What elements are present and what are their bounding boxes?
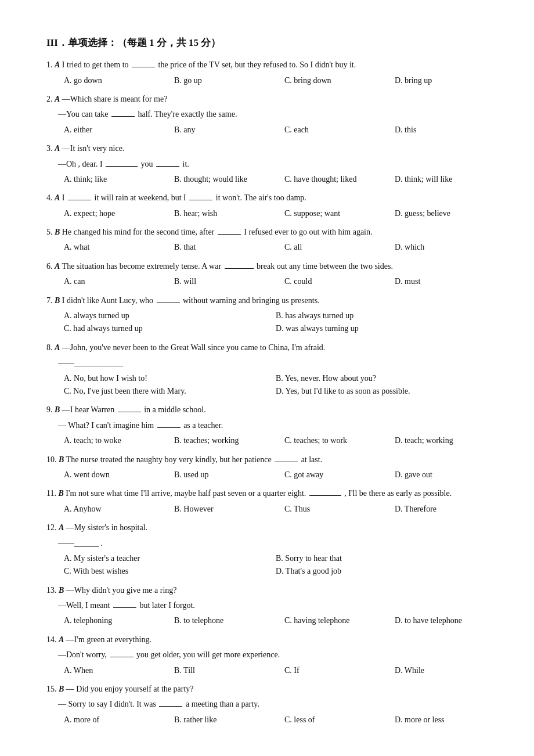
q5-opt-a: A. what [64,241,157,254]
question-15: 15. B — Did you enjoy yourself at the pa… [46,683,488,726]
q6-line: 6. A The situation has become extremely … [46,260,488,273]
q7-options: A. always turned up B. has always turned… [64,309,488,336]
q6-text: The situation has become extremely tense… [62,262,221,271]
question-13: 13. B —Why didn't you give me a ring? —W… [46,584,488,628]
q10-answer: B [59,455,64,464]
q2-dialog: —You can take half. They're exactly the … [58,108,488,121]
q6-opt-b: B. will [174,275,267,288]
q15-text: — Did you enjoy yourself at the party? [66,685,194,693]
q9-dialog1: — What? I can't imagine him [58,421,154,430]
question-8: 8. A —John, you've never been to the Gre… [46,341,488,398]
q7-opt-c: C. had always turned up [64,322,276,335]
q6-num: 6. [46,262,53,271]
q4-opt-b: B. hear; wish [174,207,267,220]
q14-answer: A [59,635,64,644]
q11-blank1 [309,495,341,496]
q6-opt-a: A. can [64,275,157,288]
q9-num: 9. [46,405,53,414]
q5-opt-c: C. all [284,241,377,254]
q6-opt-d: D. must [395,275,488,288]
question-1: 1. A I tried to get them to the price of… [46,59,488,87]
section-title: III．单项选择：（每题 1 分，共 15 分） [46,35,488,51]
q15-opt-c: C. less of [284,714,377,726]
q15-dialog: — Sorry to say I didn't. It was a meetin… [58,698,488,711]
q1-line: 1. A I tried to get them to the price of… [46,59,488,71]
q3-dialog2: you [141,160,153,168]
q5-opt-d: D. which [395,241,488,254]
q10-line: 10. B The nurse treated the naughty boy … [46,453,488,466]
q4-blank1 [68,200,91,200]
q4-text3: it won't. The air's too damp. [216,193,306,202]
q2-opt-a: A. either [64,124,157,136]
q14-opt-c: C. If [284,664,377,677]
q14-opt-d: D. While [395,664,488,677]
q4-answer: A [55,193,60,202]
q12-answer: A [59,523,64,532]
q14-dialog2: you get older, you will get more experie… [136,650,280,659]
q2-opt-c: C. each [284,124,377,136]
q14-line1: 14. A —I'm green at everything. [46,633,488,646]
q13-dialog: —Well, I meant but later I forgot. [58,599,488,612]
q3-opt-d: D. think; will like [395,173,488,186]
q5-options: A. what B. that C. all D. which [64,241,488,254]
q2-blank1 [111,116,135,117]
q10-num: 10. [46,455,57,464]
q14-opt-b: B. Till [174,664,267,677]
q14-num: 14. [46,635,57,644]
q13-num: 13. [46,586,57,595]
q3-num: 3. [46,144,53,153]
q13-dialog2: but later I forgot. [139,601,194,610]
q1-opt-b: B. go up [174,74,267,87]
q9-blank2 [157,427,181,428]
q2-num: 2. [46,95,53,103]
q13-opt-c: C. having telephone [284,614,377,627]
q5-blank1 [218,234,241,235]
q1-text2: the price of the TV set, but they refuse… [158,60,356,69]
q15-num: 15. [46,685,57,693]
question-9: 9. B —I hear Warren in a middle school. … [46,404,488,447]
q3-options: A. think; like B. thought; would like C.… [64,173,488,186]
q9-dialog: — What? I can't imagine him as a teacher… [58,419,488,432]
q10-opt-c: C. got away [284,469,377,481]
q13-options: A. telephoning B. to telephone C. having… [64,614,488,627]
q9-opt-c: C. teaches; to work [284,434,377,447]
q5-answer: B [55,228,60,236]
q8-num: 8. [46,343,53,352]
q7-line: 7. B I didn't like Aunt Lucy, who withou… [46,294,488,307]
q4-opt-d: D. guess; believe [395,207,488,220]
q11-line: 11. B I'm not sure what time I'll arrive… [46,487,488,500]
q1-opt-d: D. bring up [395,74,488,87]
q2-opt-d: D. this [395,124,488,136]
q2-dialog1: —You can take [58,110,108,118]
q11-answer: B [58,489,63,498]
q3-dialog3: it. [183,160,189,168]
q13-opt-a: A. telephoning [64,614,157,627]
q13-answer: B [59,586,64,595]
question-11: 11. B I'm not sure what time I'll arrive… [46,487,488,516]
q12-opt-d: D. That's a good job [276,565,488,578]
q4-text2: it will rain at weekend, but I [95,193,186,202]
q15-line1: 15. B — Did you enjoy yourself at the pa… [46,683,488,696]
q14-opt-a: A. When [64,664,157,677]
q6-blank1 [225,268,254,269]
q10-opt-b: B. used up [174,469,267,481]
q3-dialog1: —Oh , dear. I [58,160,103,168]
q1-opt-c: C. bring down [284,74,377,87]
q11-opt-c: C. Thus [284,503,377,516]
question-14: 14. A —I'm green at everything. —Don't w… [46,633,488,677]
q5-text2: I refused ever to go out with him again. [244,228,372,236]
q5-text: He changed his mind for the second time,… [62,228,214,236]
q10-text2: at last. [301,455,323,464]
question-7: 7. B I didn't like Aunt Lucy, who withou… [46,294,488,336]
q7-opt-d: D. was always turning up [276,322,488,335]
q14-dialog1: —Don't worry, [58,650,107,659]
q13-opt-b: B. to telephone [174,614,267,627]
q15-opt-d: D. more or less [395,714,488,726]
q6-opt-c: C. could [284,275,377,288]
q3-answer: A [55,144,60,153]
q3-blank1 [106,166,138,167]
q7-num: 7. [46,296,53,305]
q11-options: A. Anyhow B. However C. Thus D. Therefor… [64,503,488,516]
q15-dialog2: a meeting than a party. [186,700,259,708]
q8-opt-d: D. Yes, but I'd like to as soon as possi… [276,385,488,398]
